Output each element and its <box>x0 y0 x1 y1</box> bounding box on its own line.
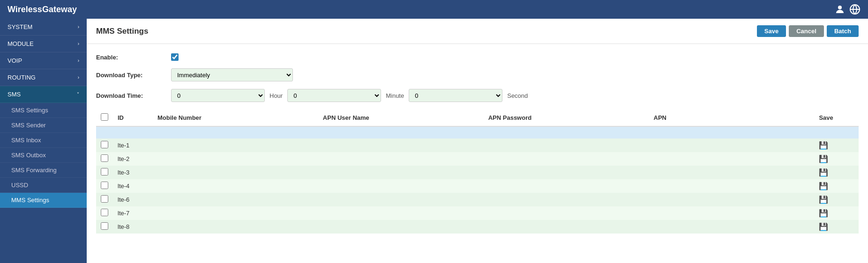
enable-row: Enable: <box>96 53 859 61</box>
apn-input[interactable] <box>654 223 810 230</box>
apn-input[interactable] <box>654 169 810 176</box>
row-checkbox[interactable] <box>101 168 108 175</box>
mobile-number-input[interactable] <box>157 196 314 203</box>
apn-pass-input[interactable] <box>488 196 644 203</box>
svg-point-0 <box>838 6 842 9</box>
sidebar-item-sms-settings[interactable]: SMS Settings <box>0 103 87 118</box>
row-checkbox[interactable] <box>101 182 108 189</box>
sidebar-sub-label: SMS Inbox <box>11 137 41 144</box>
sidebar: SYSTEM › MODULE › VOIP › ROUTING › SMS ˅… <box>0 19 87 263</box>
table-row: lte-6 💾 <box>96 193 859 206</box>
apn-user-input[interactable] <box>323 183 479 190</box>
apn-pass-input[interactable] <box>488 142 644 149</box>
row-save-icon[interactable]: 💾 <box>819 168 828 176</box>
apn-user-input[interactable] <box>323 129 479 136</box>
globe-icon[interactable] <box>849 4 861 15</box>
topbar: WirelessGateway <box>0 0 868 19</box>
mobile-number-input[interactable] <box>157 169 314 176</box>
row-save-icon[interactable]: 💾 <box>819 155 828 163</box>
apn-input[interactable] <box>654 210 810 217</box>
mobile-number-input[interactable] <box>157 142 314 149</box>
chevron-right-icon: › <box>78 41 79 46</box>
row-save-icon[interactable]: 💾 <box>819 196 828 204</box>
download-type-select[interactable]: Immediately Scheduled <box>171 68 293 81</box>
apn-user-input[interactable] <box>323 210 479 217</box>
mobile-number-input[interactable] <box>157 129 314 136</box>
row-checkbox[interactable] <box>101 195 108 203</box>
sidebar-item-routing[interactable]: ROUTING › <box>0 69 87 86</box>
mobile-number-input[interactable] <box>157 210 314 217</box>
hour-select[interactable]: 0 <box>171 89 265 102</box>
row-save-icon[interactable]: 💾 <box>819 182 828 190</box>
apn-user-input[interactable] <box>323 142 479 149</box>
apn-input[interactable] <box>654 142 810 149</box>
apn-input[interactable] <box>654 183 810 190</box>
second-select[interactable]: 0 <box>409 89 502 102</box>
chevron-right-icon: › <box>78 58 79 63</box>
apn-pass-input[interactable] <box>488 129 644 136</box>
apn-pass-input[interactable] <box>488 155 644 162</box>
row-save-icon[interactable]: 💾 <box>819 141 828 149</box>
sidebar-item-label: MODULE <box>7 40 34 47</box>
select-all-checkbox[interactable] <box>101 113 108 121</box>
apn-pass-input[interactable] <box>488 210 644 217</box>
save-button[interactable]: Save <box>757 25 786 37</box>
page-title: MMS Settings <box>96 27 148 36</box>
row-checkbox[interactable] <box>101 222 108 230</box>
download-type-label: Download Type: <box>96 72 166 79</box>
sidebar-item-ussd[interactable]: USSD <box>0 178 87 193</box>
row-id: lte-2 <box>113 152 153 166</box>
sidebar-sub-label: USSD <box>11 182 28 189</box>
user-icon[interactable] <box>834 4 846 15</box>
enable-checkbox[interactable] <box>171 53 179 61</box>
col-id: ID <box>113 110 153 126</box>
sidebar-sub-label: MMS Settings <box>11 197 49 204</box>
apn-user-input[interactable] <box>323 169 479 176</box>
sidebar-item-sms-inbox[interactable]: SMS Inbox <box>0 133 87 148</box>
row-save-icon[interactable]: 💾 <box>819 223 828 231</box>
header-buttons: Save Cancel Batch <box>757 25 859 37</box>
download-type-row: Download Type: Immediately Scheduled <box>96 68 859 81</box>
apn-pass-input[interactable] <box>488 183 644 190</box>
table-header-row: ID Mobile Number APN User Name APN Passw… <box>96 110 859 126</box>
row-save-icon[interactable]: 💾 <box>819 209 828 217</box>
apn-input[interactable] <box>654 196 810 203</box>
app-title: WirelessGateway <box>7 5 77 15</box>
row-checkbox[interactable] <box>101 141 108 148</box>
mobile-number-input[interactable] <box>157 183 314 190</box>
col-apn-password: APN Password <box>484 110 649 126</box>
mobile-number-input[interactable] <box>157 223 314 230</box>
row-checkbox[interactable] <box>101 154 108 162</box>
sidebar-item-mms-settings[interactable]: MMS Settings <box>0 193 87 208</box>
mobile-number-input[interactable] <box>157 155 314 162</box>
apn-user-input[interactable] <box>323 155 479 162</box>
chevron-right-icon: › <box>78 24 79 29</box>
apn-input[interactable] <box>654 155 810 162</box>
sidebar-sub-label: SMS Outbox <box>11 152 46 159</box>
batch-button[interactable]: Batch <box>827 25 859 37</box>
sidebar-item-system[interactable]: SYSTEM › <box>0 19 87 36</box>
sidebar-item-sms-sender[interactable]: SMS Sender <box>0 118 87 133</box>
apn-pass-input[interactable] <box>488 223 644 230</box>
sidebar-item-voip[interactable]: VOIP › <box>0 52 87 69</box>
apn-user-input[interactable] <box>323 223 479 230</box>
sidebar-item-module[interactable]: MODULE › <box>0 36 87 52</box>
sidebar-item-label: SYSTEM <box>7 23 32 30</box>
row-id: lte-6 <box>113 193 153 206</box>
main-content: MMS Settings Save Cancel Batch Enable: D… <box>87 19 868 263</box>
main-body: Enable: Download Type: Immediately Sched… <box>87 44 868 243</box>
second-label: Second <box>507 92 528 99</box>
minute-select[interactable]: 0 <box>287 89 381 102</box>
row-checkbox[interactable] <box>101 209 108 216</box>
sidebar-item-sms[interactable]: SMS ˅ <box>0 86 87 103</box>
col-checkbox <box>96 110 113 126</box>
cancel-button[interactable]: Cancel <box>789 25 824 37</box>
sidebar-item-sms-forwarding[interactable]: SMS Forwarding <box>0 163 87 178</box>
apn-user-input[interactable] <box>323 196 479 203</box>
sidebar-item-sms-outbox[interactable]: SMS Outbox <box>0 148 87 163</box>
apn-input[interactable] <box>654 129 810 136</box>
apn-pass-input[interactable] <box>488 169 644 176</box>
table-row: lte-3 💾 <box>96 166 859 179</box>
row-id: lte-1 <box>113 139 153 152</box>
row-id: lte-7 <box>113 206 153 220</box>
